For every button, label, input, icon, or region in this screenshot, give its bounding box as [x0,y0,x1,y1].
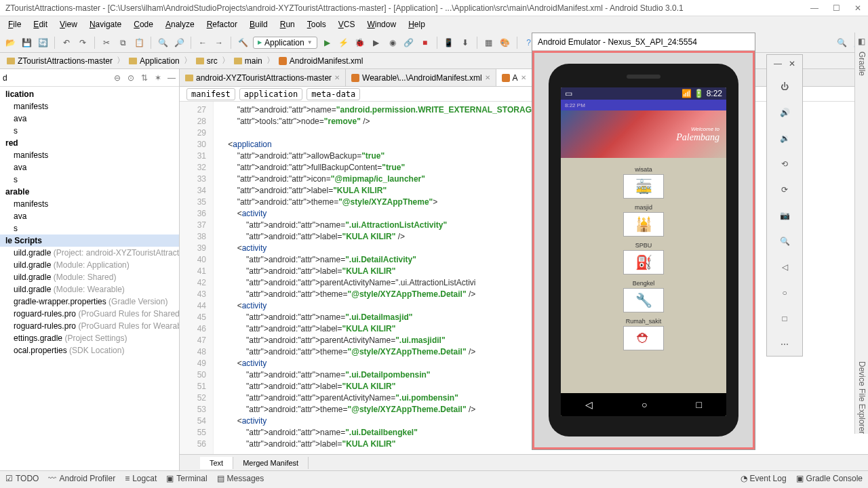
tree-item[interactable]: s [0,125,179,137]
emu-overview-icon[interactable]: □ [777,311,792,326]
attach-debugger-icon[interactable]: 🔗 [403,37,415,49]
nav-home-icon[interactable]: ○ [642,399,647,410]
sdk-manager-icon[interactable]: ⬇ [459,37,471,49]
status-todo[interactable]: ☑ TODO [5,474,39,483]
rotate-right-icon[interactable]: ⟳ [777,182,792,197]
collapse-icon[interactable]: ⊖ [113,73,122,83]
undo-icon[interactable]: ↶ [60,37,73,49]
avd-manager-icon[interactable]: 📱 [443,37,455,49]
paste-icon[interactable]: 📋 [133,37,145,49]
breadcrumb-root[interactable]: ZTouristAttractions-master [4,56,115,66]
tree-item[interactable]: ettings.gradle (Project Settings) [0,332,179,344]
breadcrumb-app[interactable]: Application [126,56,182,66]
status-messages[interactable]: ▤ Messages [217,474,264,483]
tree-item[interactable]: manifests [0,198,179,210]
status-eventlog[interactable]: ◔ Event Log [741,474,787,483]
tree-item[interactable]: ava [0,210,179,222]
open-icon[interactable]: 📂 [4,37,16,49]
menu-tools[interactable]: Tools [302,18,332,30]
emu-close-icon[interactable]: ✕ [789,59,795,68]
tree-item[interactable]: manifests [0,100,179,113]
status-terminal[interactable]: ▣ Terminal [166,474,207,483]
target-icon[interactable]: ⊙ [126,73,136,83]
menu-refactor[interactable]: Refactor [201,18,243,30]
copy-icon[interactable]: ⧉ [117,37,129,49]
app-menu-item[interactable]: masjid🕌 [623,204,664,237]
sort-icon[interactable]: ⇅ [140,73,149,83]
gradle-tab[interactable]: Gradle [857,52,867,76]
status-logcat[interactable]: ≡ Logcat [125,474,157,483]
volume-up-icon[interactable]: 🔊 [777,105,792,120]
status-gradle-console[interactable]: ▣ Gradle Console [796,474,863,483]
volume-down-icon[interactable]: 🔉 [777,131,792,146]
app-menu-item[interactable]: Bengkel🔧 [623,280,664,312]
zoom-icon[interactable]: 🔍 [777,234,792,249]
tab-close-icon[interactable]: ✕ [485,74,490,81]
back-icon[interactable]: ← [197,37,209,49]
save-icon[interactable]: 💾 [20,37,33,49]
tree-item[interactable]: gradle-wrapper.properties (Gradle Versio… [0,296,179,308]
tree-item[interactable]: ava [0,113,179,125]
tree-item[interactable]: ocal.properties (SDK Location) [0,344,179,357]
tree-item[interactable]: le Scripts [0,235,179,247]
run-coverage-icon[interactable]: ▶ [370,37,382,49]
menu-build[interactable]: Build [244,18,273,30]
tree-item[interactable]: manifests [0,149,179,161]
minimize-icon[interactable]: — [810,3,819,13]
tab-text[interactable]: Text [200,457,233,469]
menu-analyze[interactable]: Analyze [160,18,200,30]
tree-item[interactable]: roguard-rules.pro (ProGuard Rules for Sh… [0,308,179,320]
redo-icon[interactable]: ↷ [77,37,89,49]
tree-item[interactable]: uild.gradle (Module: Wearable) [0,283,179,296]
run-config-combo[interactable]: ▶ Application ▼ [253,37,317,49]
crumb-manifest[interactable]: manifest [186,88,235,100]
menu-file[interactable]: File [3,18,26,30]
screenshot-icon[interactable]: 📷 [777,208,792,223]
menu-view[interactable]: View [54,18,83,30]
emulator-window[interactable]: Android Emulator - Nexus_5X_API_24:5554 … [532,33,755,450]
tree-item[interactable]: ava [0,161,179,174]
crumb-application[interactable]: application [239,88,302,100]
power-icon[interactable]: ⏻ [777,79,792,94]
tree-item[interactable]: arable [0,186,179,198]
tree-item[interactable]: s [0,174,179,186]
menu-navigate[interactable]: Navigate [84,18,127,30]
editor-tab[interactable]: A✕ [496,69,532,86]
menu-run[interactable]: Run [275,18,300,30]
breadcrumb-file[interactable]: AndroidManifest.xml [276,56,366,66]
tree-item[interactable]: roguard-rules.pro (ProGuard Rules for We… [0,320,179,332]
nav-recent-icon[interactable]: □ [696,399,702,410]
emu-home-icon[interactable]: ○ [777,285,792,300]
app-menu-item[interactable]: wisata🚋 [623,166,664,199]
stop-icon[interactable]: ■ [419,37,431,49]
settings-icon[interactable]: ✶ [153,73,163,83]
cut-icon[interactable]: ✂ [100,37,113,49]
theme-editor-icon[interactable]: 🎨 [499,37,511,49]
nav-back-icon[interactable]: ◁ [585,399,593,410]
search-everywhere-icon[interactable]: 🔍 [835,37,848,49]
menu-window[interactable]: Window [361,18,401,30]
menu-edit[interactable]: Edit [28,18,53,30]
project-tree[interactable]: licationmanifestsavasredmanifestsavasara… [0,87,179,470]
sync-icon[interactable]: 🔄 [37,37,49,49]
profile-icon[interactable]: ◉ [387,37,399,49]
run-icon[interactable]: ▶ [321,37,334,49]
forward-icon[interactable]: → [213,37,225,49]
apply-changes-icon[interactable]: ⚡ [338,37,350,49]
breadcrumb-src[interactable]: src [193,56,220,66]
menu-vcs[interactable]: VCS [333,18,361,30]
hide-icon[interactable]: — [167,73,176,83]
editor-tab[interactable]: android-XYZTouristAttractions-master✕ [180,69,346,86]
build-icon[interactable]: 🔨 [237,37,249,49]
tree-item[interactable]: red [0,137,179,149]
menu-code[interactable]: Code [128,18,159,30]
tab-merged-manifest[interactable]: Merged Manifest [233,457,309,469]
phone-screen[interactable]: ▭ 📶 🔋 8:22 8:22 PM Welcome to Palembang … [561,87,726,416]
app-menu-item[interactable]: Rumah_sakit⛑ [623,318,664,350]
breadcrumb-main[interactable]: main [231,56,265,66]
tab-close-icon[interactable]: ✕ [521,74,526,81]
emu-back-icon[interactable]: ◁ [777,260,792,274]
status-profiler[interactable]: 〰 Android Profiler [48,474,115,483]
crumb-meta-data[interactable]: meta-data [307,88,360,100]
rotate-left-icon[interactable]: ⟲ [777,157,792,171]
